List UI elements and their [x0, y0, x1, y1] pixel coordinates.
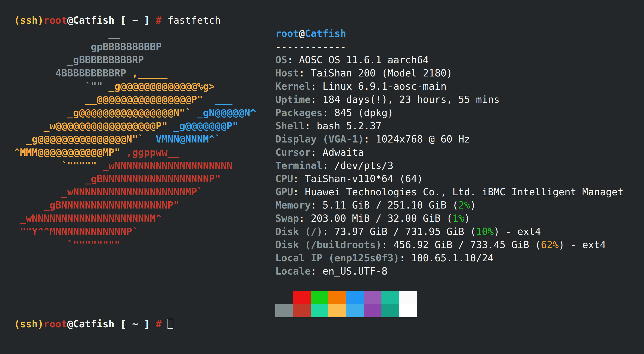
info-value-segment: )	[464, 213, 470, 224]
info-value-segment: 2%	[458, 199, 470, 211]
info-key: OS	[275, 54, 287, 66]
info-value-segment: 845 (dpkg)	[334, 107, 394, 118]
hostname: Catfish	[305, 28, 346, 39]
username: root	[275, 28, 299, 39]
ascii-art-segment: _wNNNNNNNNNNNNNNNNNNNNM^	[14, 213, 162, 224]
info-value-segment: en_US.UTF-8	[323, 265, 388, 277]
prompt-segment: @Catfish [ ~ ]	[67, 318, 156, 330]
prompt-segment: (ssh)	[14, 318, 44, 330]
info-value-segment: /dev/pts/3	[334, 160, 394, 171]
system-info-panel: root@Catfish------------OS: AOSC OS 11.6…	[275, 27, 624, 317]
info-key: Shell	[275, 120, 305, 132]
ascii-art-segment: _wNNNNNNNNNNNNNNNNNNNN	[102, 160, 232, 171]
ascii-logo-line: _gBNNNNNNNNNNNNNNNNNNP"	[14, 172, 256, 185]
palette-row-normal	[275, 291, 624, 304]
info-value-segment: TaiShan-v110*64 (64)	[305, 173, 423, 184]
ascii-art-segment: gpBBBBBBBBBP	[14, 41, 162, 52]
palette-swatch-row2-5	[364, 304, 382, 317]
info-line: Swap: 203.00 MiB / 32.00 GiB (1%)	[275, 212, 624, 225]
ascii-logo-line: `""""" _wNNNNNNNNNNNNNNNNNNNN	[14, 159, 256, 172]
key-value-separator: :	[287, 54, 299, 66]
info-value-segment: ) - ext4	[494, 226, 541, 237]
key-value-separator: :	[323, 107, 334, 118]
key-value-separator: :	[311, 147, 322, 158]
palette-swatch-row2-6	[382, 304, 399, 317]
ascii-art-segment: __@@@@@@@@@@@@@@@@P"	[14, 94, 203, 105]
info-line: Cursor: Adwaita	[275, 146, 624, 159]
info-value-segment: 184 days(!), 23 hours, 55 mins	[323, 94, 500, 105]
palette-swatch-row1-5	[364, 291, 382, 304]
palette-swatch-row1-4	[346, 291, 364, 304]
info-key: Cursor	[275, 147, 311, 158]
info-value-segment: Adwaita	[323, 147, 364, 158]
info-key: Swap	[275, 213, 299, 224]
prompt-segment	[162, 318, 168, 330]
ascii-art-segment: VMNN@NNNM^`	[156, 133, 221, 145]
info-value-segment: )	[470, 199, 476, 211]
info-key: Locale	[275, 265, 311, 277]
key-value-separator: :	[323, 160, 334, 171]
info-key: Local IP (enp125s0f3)	[275, 252, 399, 264]
info-line: Memory: 5.11 GiB / 251.10 GiB (2%)	[275, 199, 624, 212]
key-value-separator: :	[311, 80, 322, 92]
ascii-logo-line: ""Y^^MNNNNNNNNNNNNP`	[14, 225, 256, 238]
info-value-segment: bash 5.2.37	[317, 120, 382, 132]
terminal-cursor	[168, 319, 173, 329]
info-line: OS: AOSC OS 11.6.1 aarch64	[275, 53, 624, 66]
palette-swatch-row1-6	[382, 291, 399, 304]
info-line: Locale: en_US.UTF-8	[275, 265, 624, 278]
palette-swatch-row2-3	[328, 304, 346, 317]
ascii-logo-line: _gBBBBBBBBBRP	[14, 53, 256, 66]
palette-swatch-row2-0	[275, 304, 293, 317]
info-value-segment: 1%	[452, 213, 464, 224]
ascii-art-segment: ,ggppww__	[126, 147, 179, 158]
prompt-segment: #	[156, 14, 162, 26]
prompt-line-top: (ssh)root@Catfish [ ~ ] # fastfetch	[14, 14, 220, 27]
info-value-segment: ) - ext4	[558, 239, 606, 251]
palette-swatch-row1-2	[311, 291, 328, 304]
ascii-logo-line: `"" _g@@@@@@@@@@@@@%g>	[14, 80, 256, 93]
terminal-screen[interactable]: (ssh)root@Catfish [ ~ ] # fastfetch __ g…	[0, 0, 644, 354]
key-value-separator: :	[299, 67, 311, 79]
info-value-segment: 100.65.1.10/24	[411, 252, 494, 264]
info-key: Kernel	[275, 80, 311, 92]
info-line: Kernel: Linux 6.9.1-aosc-main	[275, 80, 624, 93]
info-value-segment: Linux 6.9.1-aosc-main	[323, 80, 447, 92]
info-key: Terminal	[275, 160, 323, 171]
key-value-separator: :	[293, 186, 305, 198]
info-value-segment: 73.97 GiB / 731.95 GiB (	[334, 226, 476, 237]
ascii-logo-line: _wNNNNNNNNNNNNNNNNNNNNM^	[14, 212, 256, 225]
info-value-segment: Huawei Technologies Co., Ltd. iBMC Intel…	[305, 186, 624, 198]
ascii-art-segment: ,_____	[126, 67, 168, 79]
key-value-separator: :	[299, 213, 311, 224]
prompt-segment: @Catfish [ ~ ]	[67, 14, 156, 26]
info-line: Terminal: /dev/pts/3	[275, 159, 624, 172]
info-title: root@Catfish	[275, 27, 624, 40]
ascii-logo: __ gpBBBBBBBBBP _gBBBBBBBBBRP 4BBBBBBBBB…	[14, 27, 256, 251]
ascii-logo-line: _wNNNNNNNNNNNNNNNNNNNMP`	[14, 185, 256, 199]
info-key: Disk (/)	[275, 226, 323, 237]
ascii-art-segment: ___	[203, 94, 232, 105]
info-line: Disk (/buildroots): 456.92 GiB / 733.45 …	[275, 238, 624, 251]
info-value-segment: AOSC OS 11.6.1 aarch64	[299, 54, 429, 66]
ascii-art-segment: _g@@@@@@@@@@@@@%g>	[108, 80, 215, 92]
ascii-art-segment: _g@@@@@@@P"	[174, 120, 238, 132]
ascii-logo-line: _gBNNNNNNNNNNNNNNNNNNP"	[14, 199, 256, 212]
key-value-separator: :	[364, 133, 376, 145]
palette-swatch-row1-3	[328, 291, 346, 304]
ascii-logo-line: 4BBBBBBBBBRP ,_____	[14, 66, 256, 80]
info-line: Uptime: 184 days(!), 23 hours, 55 mins	[275, 93, 624, 106]
ascii-art-segment: ""Y^^MNNNNNNNNNNNNP`	[14, 226, 138, 237]
info-value-segment: TaiShan 200 (Model 2180)	[311, 67, 452, 79]
info-line: Local IP (enp125s0f3): 100.65.1.10/24	[275, 251, 624, 265]
info-key: CPU	[275, 173, 293, 184]
info-key: Memory	[275, 199, 311, 211]
info-value-segment: 5.11 GiB / 251.10 GiB (	[323, 199, 458, 211]
blank-line	[275, 278, 624, 291]
prompt-segment: #	[156, 318, 162, 330]
key-value-separator: :	[311, 265, 322, 277]
ascii-art-segment: __	[14, 28, 120, 39]
prompt-segment: fastfetch	[162, 14, 220, 26]
palette-row-bright	[275, 304, 624, 317]
palette-swatch-row1-1	[293, 291, 311, 304]
